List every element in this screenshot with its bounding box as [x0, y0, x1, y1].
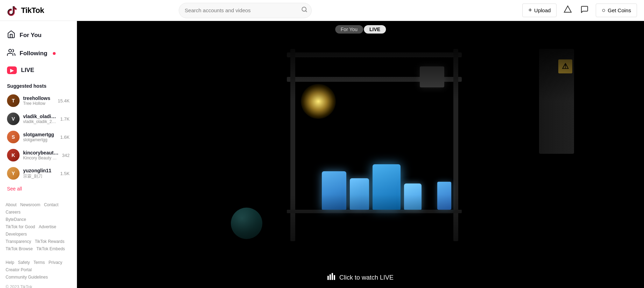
host-count: 15.4K [58, 98, 70, 103]
live-icon: ▶ [7, 66, 17, 74]
footer-copyright: © 2023 TikTok [3, 285, 74, 288]
plus-icon: + [528, 7, 532, 14]
host-handle: Tree Hollow [23, 101, 54, 106]
home-icon [7, 30, 15, 41]
get-coins-button[interactable]: ○ Get Coins [596, 3, 637, 17]
print-object-3 [373, 164, 401, 210]
svg-rect-6 [332, 273, 333, 280]
main-nav: For You Following ▶ LIVE [3, 27, 74, 78]
header: TikTok + Upload ○ Get Coins [0, 0, 644, 21]
footer-link-embeds[interactable]: TikTok Embeds [36, 246, 65, 251]
main-content: For You LIVE [77, 21, 644, 288]
host-item-kincory[interactable]: K kincorybeauty... Kincory Beauty Shop 3… [4, 147, 72, 164]
svg-marker-2 [564, 6, 571, 12]
print-object-small [437, 182, 451, 210]
following-icon [7, 48, 15, 59]
footer-link-community[interactable]: Community Guidelines [6, 275, 48, 280]
footer-link-creator-portal[interactable]: Creator Portal [6, 267, 32, 272]
host-name: slotgamertgg [23, 132, 57, 137]
host-count: 1.5K [60, 171, 70, 176]
upload-label: Upload [534, 7, 551, 13]
click-to-watch-live-bar[interactable]: Click to watch LIVE [77, 267, 644, 288]
host-name: treehollows [23, 95, 54, 101]
svg-rect-4 [327, 276, 329, 280]
host-count: 342 [62, 153, 70, 158]
logo-area[interactable]: TikTok [7, 5, 70, 16]
print-object-1 [322, 171, 346, 210]
round-object [231, 208, 262, 239]
search-icon [301, 6, 307, 13]
sidebar-item-following[interactable]: Following [3, 45, 74, 62]
coin-icon: ○ [602, 7, 606, 14]
footer-link-about[interactable]: About [6, 202, 16, 207]
filter-icon-button[interactable] [562, 4, 573, 17]
host-info-kincory: kincorybeauty... Kincory Beauty Shop [23, 150, 58, 160]
logo-text: TikTok [21, 6, 44, 15]
host-avatar-yuzonglin: Y [7, 167, 20, 180]
footer-link-privacy[interactable]: Privacy [49, 260, 62, 265]
footer-link-terms[interactable]: Terms [34, 260, 45, 265]
suggested-hosts-title: Suggested hosts [4, 83, 72, 89]
video-content: For You LIVE [77, 21, 644, 288]
host-handle: 宗霖_刻刀 [23, 173, 57, 179]
host-item-yuzonglin[interactable]: Y yuzonglin11 宗霖_刻刀 1.5K [4, 165, 72, 182]
host-name: vladik_oladik_... [23, 114, 57, 119]
print-object-4 [404, 183, 422, 210]
footer-link-contact[interactable]: Contact [44, 202, 58, 207]
printer-top-bar [287, 52, 462, 57]
host-handle: vladik_oladik_2222 [23, 119, 57, 124]
footer-link-developers[interactable]: Developers [6, 232, 27, 237]
svg-rect-7 [334, 275, 335, 280]
following-notification-dot [53, 52, 56, 55]
host-item-treehollows[interactable]: T treehollows Tree Hollow 15.4K [4, 92, 72, 109]
warning-label: ⚠ [558, 59, 572, 73]
see-all-button[interactable]: See all [4, 183, 25, 194]
host-handle: Kincory Beauty Shop [23, 156, 58, 160]
svg-line-1 [306, 10, 307, 12]
video-background: ⚠ [77, 21, 644, 288]
footer-link-tiktok-for-good[interactable]: TikTok for Good [6, 224, 35, 229]
live-bars-icon [327, 273, 336, 282]
footer-link-help[interactable]: Help [6, 260, 14, 265]
header-right: + Upload ○ Get Coins [522, 3, 637, 17]
sidebar-item-live[interactable]: ▶ LIVE [3, 63, 74, 78]
host-handle: slotgamertgg [23, 137, 57, 142]
footer-links: About Newsroom Contact Careers ByteDance… [3, 201, 74, 281]
footer-link-safety[interactable]: Safety [18, 260, 30, 265]
host-info-vladik: vladik_oladik_... vladik_oladik_2222 [23, 114, 57, 124]
messages-button[interactable] [579, 4, 590, 17]
search-button[interactable] [301, 6, 307, 14]
host-info-treehollows: treehollows Tree Hollow [23, 95, 54, 106]
footer-link-rewards[interactable]: TikTok Rewards [35, 239, 64, 244]
svg-rect-5 [330, 274, 331, 280]
svg-point-3 [9, 49, 12, 52]
footer-link-careers[interactable]: Careers [6, 210, 21, 215]
layout: For You Following ▶ LIVE [0, 21, 644, 288]
upload-button[interactable]: + Upload [522, 3, 557, 17]
message-icon [580, 5, 589, 14]
footer-link-newsroom[interactable]: Newsroom [20, 202, 40, 207]
printer-objects [322, 164, 422, 210]
host-avatar-vladik: V [7, 113, 20, 125]
sidebar-item-for-you[interactable]: For You [3, 27, 74, 44]
host-item-vladik[interactable]: V vladik_oladik_... vladik_oladik_2222 1… [4, 110, 72, 127]
host-name: kincorybeauty... [23, 150, 58, 156]
host-count: 1.7K [60, 116, 70, 122]
live-video-area: For You LIVE [77, 21, 644, 288]
host-avatar-kincory: K [7, 149, 20, 161]
footer-link-transparency[interactable]: Transparency [6, 239, 31, 244]
printer-structure [287, 49, 462, 241]
live-label: LIVE [21, 67, 34, 74]
printer-light [301, 84, 336, 119]
video-top-bar: For You LIVE [335, 25, 386, 34]
video-tab-for-you[interactable]: For You [335, 25, 363, 34]
host-item-slotgamer[interactable]: S slotgamertgg slotgamertgg 1.6K [4, 129, 72, 145]
video-tab-live[interactable]: LIVE [364, 25, 386, 34]
footer-link-advertise[interactable]: Advertise [39, 224, 56, 229]
host-avatar-slotgamer: S [7, 131, 20, 143]
search-input[interactable] [179, 3, 312, 18]
footer-link-browse[interactable]: TikTok Browse [6, 246, 33, 251]
suggested-hosts-section: Suggested hosts T treehollows Tree Hollo… [3, 83, 74, 194]
printer-bed [287, 210, 462, 213]
footer-link-bytedance[interactable]: ByteDance [6, 217, 26, 222]
